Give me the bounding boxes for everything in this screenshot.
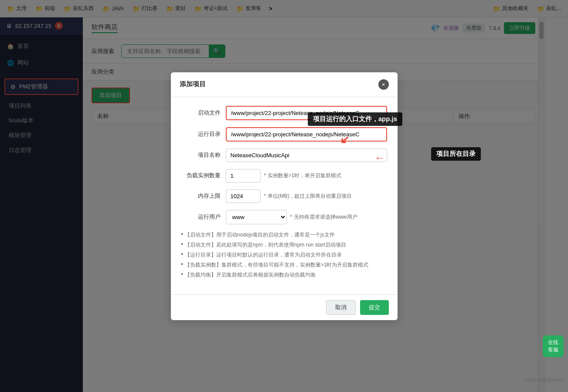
startup-file-row: 启动文件 — [181, 106, 387, 120]
modal-header: 添加项目 × — [171, 72, 398, 97]
modal-footer: 取消 提交 — [171, 294, 398, 320]
user-hint: * 无特殊需求请选择www用户 — [290, 213, 357, 221]
project-name-input[interactable] — [226, 149, 387, 162]
user-select[interactable]: www root — [226, 210, 287, 224]
run-dir-input[interactable] — [226, 127, 387, 142]
instance-row: 负载实例数量 * 实例数量>1时，将开启集群模式 — [181, 169, 387, 182]
run-dir-label: 运行目录 — [181, 130, 221, 138]
note-4: • 【负载实例数】集群模式，有些项目可能不支持，实例数量>1时为开启集群模式 — [181, 261, 387, 269]
memory-row: 内存上限 * 单位(MB)，超过上限将自动重启项目 — [181, 189, 387, 203]
cancel-button[interactable]: 取消 — [326, 300, 356, 315]
project-name-label: 项目名称 — [181, 151, 221, 159]
modal-body: 启动文件 运行目录 项目名称 负载实例数量 * 实例数量>1时，将开启集群模式 — [171, 97, 398, 294]
memory-label: 内存上限 — [181, 192, 221, 200]
instance-input[interactable] — [226, 169, 261, 182]
note-2: • 【启动文件】若此处填写的是npm，则代表使用npm run start启动项… — [181, 241, 387, 249]
startup-file-input[interactable] — [226, 106, 387, 120]
instance-hint: * 实例数量>1时，将开启集群模式 — [264, 172, 342, 179]
instance-label: 负载实例数量 — [181, 172, 221, 179]
csdn-author-badge: CSDN@翼遥bingo — [524, 377, 564, 383]
modal-title: 添加项目 — [180, 80, 206, 88]
add-project-modal: 添加项目 × 启动文件 运行目录 项目名称 负载实例数量 * — [171, 72, 398, 320]
modal-close-button[interactable]: × — [378, 79, 389, 90]
annotation-run-dir: 项目所在目录 — [431, 147, 481, 161]
user-label: 运行用户 — [181, 213, 221, 221]
online-service-button[interactable]: 在线 客服 — [543, 335, 564, 357]
note-3: • 【运行目录】运行项目时默认的运行目录，通常为启动文件所在目录 — [181, 251, 387, 259]
submit-button[interactable]: 提交 — [360, 300, 389, 315]
memory-hint: * 单位(MB)，超过上限将自动重启项目 — [264, 193, 352, 200]
memory-input[interactable] — [226, 189, 261, 203]
note-5: • 【负载均衡】开启集群模式后将根据实例数自动负载均衡 — [181, 271, 387, 279]
run-dir-row: 运行目录 — [181, 127, 387, 142]
annotation-arrow-2: ← — [374, 152, 385, 164]
startup-file-label: 启动文件 — [181, 109, 221, 117]
note-1: • 【启动文件】用于启动nodejs项目的启动文件，通常是一个js文件 — [181, 231, 387, 239]
modal-overlay: 添加项目 × 启动文件 运行目录 项目名称 负载实例数量 * — [0, 0, 568, 392]
user-row: 运行用户 www root * 无特殊需求请选择www用户 — [181, 210, 387, 224]
notes-section: • 【启动文件】用于启动nodejs项目的启动文件，通常是一个js文件 • 【启… — [181, 231, 387, 279]
project-name-row: 项目名称 — [181, 149, 387, 162]
